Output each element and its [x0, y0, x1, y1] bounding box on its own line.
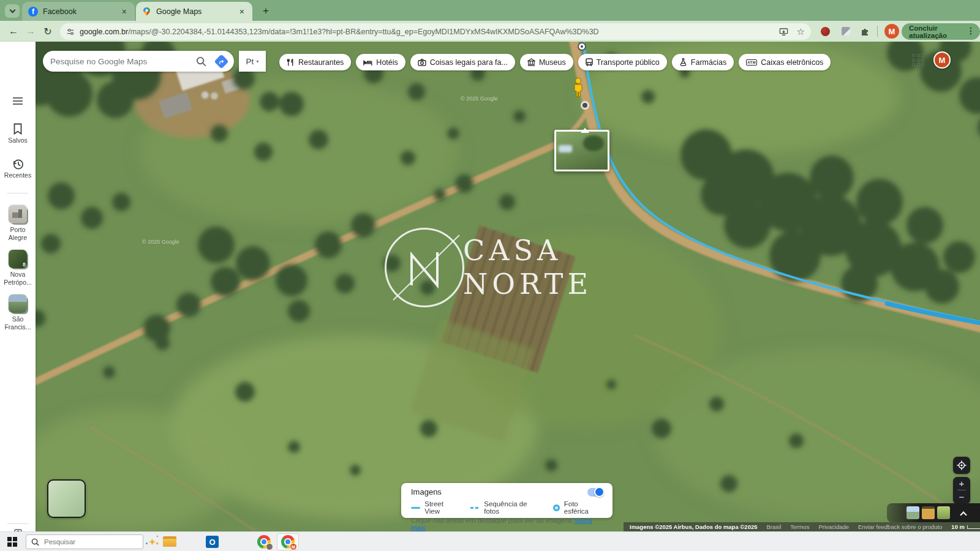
close-icon[interactable]: ×	[120, 7, 129, 17]
outlook-icon[interactable]: O	[206, 536, 219, 548]
google-apps-grid-icon[interactable]	[913, 54, 925, 67]
chip-things-to-do[interactable]: Coisas legais para fa...	[410, 54, 515, 70]
attribution-link[interactable]: Privacidade	[818, 523, 849, 530]
recent-place-porto-alegre[interactable]	[9, 205, 27, 223]
street-view-photo-preview[interactable]	[554, 130, 609, 171]
adblock-extension-icon[interactable]	[821, 27, 830, 36]
new-tab-button[interactable]: +	[260, 5, 272, 17]
photo-thumbnail[interactable]	[907, 506, 919, 519]
taskbar-search[interactable]	[26, 534, 143, 549]
attribution-link[interactable]: Termos	[790, 523, 809, 530]
maps-search-box[interactable]	[43, 51, 234, 72]
zoom-in-button[interactable]: +	[959, 477, 965, 490]
desktop: f Facebook × Google Maps × + ← → ↻	[0, 0, 980, 551]
start-button[interactable]	[7, 537, 17, 547]
atm-icon: ATM	[746, 59, 757, 66]
saved-label[interactable]: Salvos	[0, 137, 36, 144]
translate-pt-box[interactable]: Pt▾	[239, 51, 266, 72]
file-explorer-icon[interactable]	[163, 536, 176, 547]
windows-taskbar: ✦✦ O M PORPTB2 15:3416/06/2025 1	[0, 531, 980, 551]
bookmark-star-icon[interactable]: ☆	[797, 26, 805, 37]
forward-icon[interactable]: →	[23, 24, 38, 39]
attribution-link[interactable]: Enviar feedback sobre o produto	[858, 523, 942, 530]
tab-search-button[interactable]	[5, 4, 20, 18]
chip-pharmacies[interactable]: Farmácias	[672, 54, 734, 70]
recent-place-sao-francisco[interactable]	[9, 294, 27, 313]
layers-button[interactable]: Camadas	[47, 479, 86, 518]
maps-sidebar: Salvos Recentes Porto Alegre 8 Nova Petr…	[0, 42, 36, 531]
map-dot-marker[interactable]	[581, 101, 589, 110]
extensions-puzzle-icon[interactable]	[860, 26, 870, 36]
place-badge: 8	[23, 261, 26, 268]
pharmacy-icon	[679, 58, 687, 66]
attribution-link[interactable]: Brasil	[766, 523, 781, 530]
kebab-menu-icon[interactable]: ⋮	[967, 26, 975, 36]
zoom-out-button[interactable]: −	[959, 490, 965, 503]
chrome-profile1-icon[interactable]	[257, 535, 271, 549]
my-location-button[interactable]	[953, 457, 970, 474]
recents-icon[interactable]	[0, 159, 36, 170]
map-canvas[interactable]	[36, 42, 980, 531]
imagery-title: Imagens	[411, 487, 603, 497]
profile-m-badge: M	[290, 543, 297, 550]
restaurant-icon	[287, 58, 295, 67]
recent-place-nova-petropolis[interactable]: 8	[9, 250, 27, 268]
zoom-controls: + −	[953, 477, 970, 504]
chevron-up-icon[interactable]	[960, 511, 967, 518]
chip-transit[interactable]: Transporte público	[578, 54, 667, 70]
legend-label: Street View	[424, 500, 459, 515]
camera-icon	[418, 59, 426, 66]
saved-icon[interactable]	[0, 123, 36, 135]
copilot-sparkle-icon[interactable]: ✦✦	[145, 535, 160, 549]
legend-label: Sequência de fotos	[484, 500, 541, 515]
photo-path-line-icon	[470, 507, 480, 509]
directions-icon[interactable]	[214, 54, 228, 69]
taskbar-search-input[interactable]	[44, 538, 124, 545]
scale-bar	[967, 525, 980, 529]
chip-hotels[interactable]: Hotéis	[356, 54, 405, 70]
back-icon[interactable]: ←	[6, 24, 21, 39]
chip-atms[interactable]: ATM Caixas eletrônicos	[739, 54, 831, 70]
install-app-icon[interactable]	[779, 28, 788, 36]
category-chips: Restaurantes Hotéis Coisas legais para f…	[279, 54, 831, 70]
recents-label[interactable]: Recentes	[0, 171, 36, 179]
map-attribution: Imagens ©2025 Airbus, Dados do mapa ©202…	[624, 522, 980, 531]
photo-sphere-marker[interactable]	[578, 43, 586, 50]
reload-icon[interactable]: ↻	[40, 24, 55, 39]
tab-facebook[interactable]: f Facebook ×	[22, 2, 135, 21]
browser-profile-avatar[interactable]: M	[884, 24, 899, 39]
flag-extension-icon[interactable]	[842, 27, 850, 36]
street-view-line-icon	[411, 507, 420, 509]
chrome-profile2-icon[interactable]: M	[277, 533, 299, 550]
place-label: Nova	[0, 271, 36, 278]
close-icon[interactable]: ×	[238, 7, 246, 17]
target-icon	[957, 460, 967, 470]
caret-down-icon: ▾	[256, 59, 258, 64]
photos-strip	[887, 503, 980, 522]
imagery-panel: Imagens Street View Sequência de fotos F…	[401, 483, 612, 518]
hamburger-menu-icon[interactable]	[0, 97, 36, 105]
photo-thumbnail[interactable]	[922, 506, 935, 519]
search-input[interactable]	[50, 57, 196, 66]
imagery-toggle[interactable]	[587, 488, 604, 497]
tab-google-maps[interactable]: Google Maps ×	[136, 2, 252, 21]
satellite-imagery	[36, 42, 980, 531]
chip-museums[interactable]: Museus	[520, 54, 573, 70]
museum-icon	[527, 58, 535, 66]
tune-icon	[66, 28, 75, 36]
search-icon[interactable]	[196, 56, 206, 67]
photo-sphere-icon	[553, 504, 560, 511]
photo-thumbnail[interactable]	[937, 506, 950, 519]
chip-restaurants[interactable]: Restaurantes	[279, 54, 351, 70]
address-bar[interactable]: google.com.br/maps/@-30.2204384,-51.0144…	[60, 23, 811, 40]
chevron-down-icon	[9, 7, 15, 13]
tab-title: Facebook	[43, 7, 114, 16]
photo-sky	[559, 145, 572, 152]
place-label: Francis...	[0, 323, 36, 331]
maps-favicon-icon	[142, 7, 151, 17]
google-account-avatar[interactable]: M	[933, 51, 951, 69]
browser-tabstrip: f Facebook × Google Maps × +	[0, 0, 980, 21]
place-label: São	[0, 315, 36, 323]
place-label: Porto	[0, 226, 36, 233]
legend-label: Foto esférica	[564, 500, 603, 515]
